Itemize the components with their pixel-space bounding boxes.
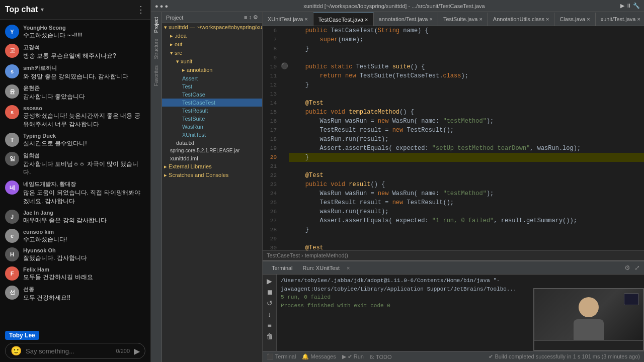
run-settings-icon[interactable]: ⚙: [624, 264, 630, 272]
avatar: J: [5, 210, 19, 224]
chat-message: 선 선동 모두 건강하세요!!: [0, 284, 150, 304]
tree-item-testcase[interactable]: TestCase: [162, 90, 262, 99]
avatar: s: [5, 64, 19, 78]
chat-content: eunsoo kim 수고하셨습니다!: [23, 229, 145, 244]
run-expand-icon[interactable]: ⤢: [634, 264, 640, 272]
chat-text: 수고하셨습니다 ~~!!!!!: [23, 31, 145, 40]
avatar: 윤: [5, 84, 19, 99]
run-play-button[interactable]: ▶: [265, 277, 274, 286]
chat-header: Top chat ▾ ⋮: [0, 0, 150, 20]
chat-username: 선동: [23, 286, 145, 293]
run-tab-terminal[interactable]: Terminal: [267, 264, 298, 272]
tree-item-scratches[interactable]: ▸ Scratches and Consoles: [162, 171, 262, 179]
chat-content: Typing Duck 실시간으로 볼수있다니!: [23, 133, 145, 148]
avatar: H: [5, 247, 19, 261]
tree-item-data-txt[interactable]: data.txt: [162, 139, 262, 147]
tab-annotationutils[interactable]: AnnotationUtils.class ×: [488, 13, 555, 26]
chat-text: 모두들 건강하시길 바래요: [23, 273, 145, 282]
run-tab-xunittest[interactable]: Run: XUnitTest: [300, 264, 343, 272]
emoji-icon[interactable]: 🙂: [11, 345, 22, 356]
vtab-structure[interactable]: Structure: [152, 36, 160, 62]
tree-item-testsuite[interactable]: TestSuite: [162, 115, 262, 123]
tab-class-java[interactable]: Class.java ×: [554, 13, 595, 26]
ide-body: Project Structure Favorites Project ≡ ↕ …: [151, 12, 644, 362]
chat-message: T Typing Duck 실시간으로 볼수있다니!: [0, 131, 150, 150]
chat-text: 잘됐습니다. 감사합니다: [23, 254, 145, 262]
code-line-29: 29: [263, 234, 644, 243]
code-editor[interactable]: 6 public TestCaseTest(String name) { 7 s…: [263, 26, 644, 250]
run-rerun-button[interactable]: ↺: [265, 299, 274, 308]
tree-item-assert[interactable]: Assert: [162, 74, 262, 82]
chat-username: eunsoo kim: [23, 229, 145, 235]
vtab-favorites[interactable]: Favorites: [152, 62, 160, 89]
run-filter-button[interactable]: ≡: [265, 321, 274, 330]
chat-username: ssosso: [23, 105, 145, 111]
vertical-tabs: Project Structure Favorites: [151, 12, 162, 362]
status-terminal[interactable]: ⬛ Terminal: [267, 353, 296, 360]
tree-toolbar: ≡ ↕ ⚙: [244, 14, 258, 21]
chat-username: 임희섭: [23, 152, 145, 159]
vtab-project[interactable]: Project: [152, 14, 160, 36]
more-options-icon[interactable]: ⋮: [136, 4, 145, 15]
chat-text: 실시간으로 볼수있다니!: [23, 139, 145, 148]
code-line-27: 27 Assert.assertEquals( expected: "1 run…: [263, 216, 644, 225]
run-scroll-button[interactable]: ↓: [265, 310, 274, 319]
tab-testcasetest[interactable]: TestCaseTest.java ×: [313, 13, 374, 26]
tree-item-out[interactable]: ▸ out: [162, 40, 262, 49]
tree-item-xunit[interactable]: ▾ xunit: [162, 57, 262, 66]
breadcrumb-text: TestCaseTest › templateMethod(): [267, 252, 348, 258]
chat-text: 감사합니다 토비님ㅎㅎ 자극이 많이 됐습니다.: [23, 160, 145, 177]
status-todo[interactable]: 6: TODO: [370, 354, 392, 360]
chat-panel: Top chat ▾ ⋮ Y YoungHo Seong 수고하셨습니다 ~~!…: [0, 0, 151, 362]
chat-text: 모두 건강하세요!!: [23, 294, 145, 302]
status-messages[interactable]: 🔔 Messages: [302, 353, 336, 360]
status-build: ✔ Build completed successfully in 1 s 10…: [489, 353, 640, 360]
tree-item-wasrun[interactable]: WasRun: [162, 123, 262, 131]
ide-title: xunittdd [~/workspace/tobyspring/xunittd…: [172, 3, 616, 9]
chat-message: 네 네임드개발자, 황대장 많은 도움이 되었습니다. 직접 타이핑해봐야겠네요…: [0, 178, 150, 208]
tree-item-testresult[interactable]: TestResult: [162, 107, 262, 115]
run-tab-bar: Terminal Run: XUnitTest × ⚙ ⤢: [263, 261, 644, 275]
code-line-24: 24 WasRun wasRun = new WasRun( name: "te…: [263, 189, 644, 198]
chat-username: 고경석: [23, 44, 145, 51]
project-tree: Project ≡ ↕ ⚙ ▾ xunittdd — ~/workspace/t…: [162, 12, 263, 362]
avatar: T: [5, 133, 19, 147]
chat-message: J Jae In Jang 매우매우 좋은 강의 감사합니다: [0, 208, 150, 227]
tab-xunit-test[interactable]: xunit/Test.java ×: [596, 13, 644, 26]
tree-item-src[interactable]: ▾ src: [162, 49, 262, 57]
tab-xunittest[interactable]: XUnitTest.java ×: [263, 13, 313, 26]
chat-messages: Y YoungHo Seong 수고하셨습니다 ~~!!!!! 고 고경석 방송…: [0, 20, 150, 329]
chat-counter: 0/200: [116, 348, 130, 354]
code-line-21: 21: [263, 162, 644, 171]
run-stop-button[interactable]: ⏹: [265, 288, 274, 297]
chat-input[interactable]: [26, 347, 112, 355]
chat-message: e eunsoo kim 수고하셨습니다!: [0, 227, 150, 246]
ide-toolbar-icons: ▶ ⏸ 🔧: [620, 3, 640, 9]
run-tab-close[interactable]: ×: [345, 264, 352, 272]
tab-testsuite[interactable]: TestSuite.java ×: [438, 13, 488, 26]
tree-item-xunittdd[interactable]: ▾ xunittdd — ~/workspace/tobyspring/xun.…: [162, 23, 262, 32]
tree-item-spring-jar[interactable]: spring-core-5.2.1.RELEASE.jar: [162, 147, 262, 154]
run-clear-button[interactable]: 🗑: [265, 332, 274, 341]
avatar: 네: [5, 180, 19, 195]
tree-item-xunittest[interactable]: XUnitTest: [162, 131, 262, 139]
tree-item-test[interactable]: Test: [162, 82, 262, 90]
tree-item-annotation[interactable]: ▸ annotation: [162, 66, 262, 74]
chevron-down-icon[interactable]: ▾: [41, 6, 44, 13]
tree-item-external[interactable]: ▸ External Libraries: [162, 162, 262, 171]
status-run[interactable]: ▶ ✔ Run: [342, 353, 364, 360]
tree-item-iml[interactable]: xunittdd.iml: [162, 154, 262, 162]
chat-user-badge: Toby Lee: [0, 329, 150, 340]
code-line-13: 13: [263, 89, 644, 99]
chat-text: 공생하셨습니다! 늦은시간까지 좋은 내용 공유해주셔서 너무 감사합니다: [23, 112, 145, 129]
send-icon[interactable]: ▶: [134, 346, 140, 356]
editor-breadcrumb: TestCaseTest › templateMethod(): [263, 250, 644, 260]
code-line-16: 16 WasRun wasRun = new WasRun( name: "te…: [263, 117, 644, 126]
person-head: [579, 297, 599, 317]
chat-message: s smh카로하니 와 정말 좋은 강의였습니다. 감사합니다: [0, 62, 150, 83]
code-line-23: 23 public void result() {: [263, 180, 644, 189]
tree-item-testcasetest[interactable]: TestCaseTest: [162, 99, 262, 107]
tree-item-idea[interactable]: ▸ .idea: [162, 32, 262, 40]
tab-annotation-test[interactable]: annotation/Test.java ×: [374, 13, 438, 26]
code-line-8: 8 }: [263, 44, 644, 53]
